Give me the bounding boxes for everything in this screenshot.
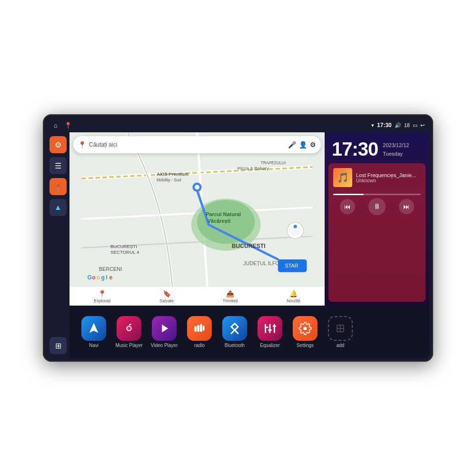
- bluetooth-icon: [222, 316, 247, 341]
- svg-text:BUCUREȘTI: BUCUREȘTI: [232, 243, 266, 249]
- progress-fill: [333, 194, 364, 195]
- equalizer-label: Equalizer: [260, 343, 280, 348]
- settings-map-icon[interactable]: ⚙: [310, 141, 316, 149]
- svg-point-30: [128, 327, 131, 330]
- svg-marker-31: [162, 324, 168, 332]
- map-nav-send[interactable]: 📤 Trimiteți: [223, 290, 238, 303]
- app-navi[interactable]: Navi: [77, 316, 110, 348]
- maps-shortcut-icon[interactable]: 📍: [64, 121, 72, 129]
- add-label: add: [337, 343, 345, 348]
- settings-sidebar-icon: ⚙: [55, 140, 61, 149]
- left-sidebar: ⚙ ☰ 📍 ▲ ⊞: [47, 132, 69, 358]
- app-radio[interactable]: radio: [183, 316, 216, 348]
- app-music[interactable]: Music Player: [112, 316, 146, 348]
- svg-text:o: o: [97, 274, 100, 281]
- map-nav-saved[interactable]: 🔖 Salvate: [159, 290, 174, 303]
- saved-label: Salvate: [159, 298, 174, 303]
- music-controls: ⏮ ⏸ ⏭: [333, 198, 421, 215]
- status-time: 17:30: [377, 122, 392, 129]
- news-label: Noutăți: [287, 298, 300, 303]
- radio-label: radio: [194, 343, 205, 348]
- map-search-text[interactable]: Căutați aici: [89, 141, 285, 148]
- screen: ⌂ 📍 ▾ 17:30 🔊 18 ▭ ↩ ⚙ ☰: [47, 118, 429, 358]
- menu-sidebar-icon: ☰: [55, 161, 61, 170]
- top-panels: 📍 Căutați aici 🎤 👤 ⚙: [69, 132, 429, 306]
- svg-text:Pizza & Bakery: Pizza & Bakery: [238, 166, 269, 171]
- map-nav-explore[interactable]: 📍 Explorați: [94, 290, 110, 303]
- account-icon[interactable]: 👤: [299, 141, 307, 149]
- music-artist: Unknown: [356, 178, 421, 183]
- svg-point-28: [294, 225, 297, 228]
- radio-icon: [187, 316, 212, 341]
- svg-text:BERCENI: BERCENI: [99, 266, 122, 272]
- map-search-bar[interactable]: 📍 Căutați aici 🎤 👤 ⚙: [73, 136, 321, 153]
- svg-rect-32: [195, 326, 197, 332]
- svg-rect-33: [197, 325, 199, 332]
- send-label: Trimiteți: [223, 298, 238, 303]
- app-settings[interactable]: Settings: [288, 316, 322, 348]
- battery-icon: ▭: [413, 122, 417, 129]
- settings-label: Settings: [297, 343, 314, 348]
- svg-text:JUDEȚUL ILFOV: JUDEȚUL ILFOV: [243, 260, 283, 266]
- map-svg: AXIS Premium Mobility - Sud Pizza & Bake…: [69, 132, 325, 306]
- svg-text:Mobility - Sud: Mobility - Sud: [157, 178, 181, 182]
- music-text: Lost Frequencies_Janie... Unknown: [356, 172, 421, 183]
- album-art: 🎵: [333, 168, 352, 187]
- location-sidebar-btn[interactable]: 📍: [50, 178, 67, 195]
- pause-button[interactable]: ⏸: [368, 198, 386, 215]
- app-bluetooth[interactable]: Bluetooth: [218, 316, 251, 348]
- google-maps-pin-icon: 📍: [78, 141, 86, 149]
- svg-text:TRAPEZULUI: TRAPEZULUI: [260, 160, 286, 165]
- music-info: 🎵 Lost Frequencies_Janie... Unknown: [333, 168, 421, 187]
- navi-label: Navi: [89, 343, 99, 348]
- svg-text:STAR: STAR: [285, 263, 298, 268]
- svg-text:AXIS Premium: AXIS Premium: [157, 171, 188, 177]
- clock-section: 17:30 2023/12/12 Tuesday: [325, 132, 429, 163]
- send-icon: 📤: [226, 290, 234, 298]
- music-section: 🎵 Lost Frequencies_Janie... Unknown: [328, 163, 426, 302]
- svg-text:o: o: [92, 274, 95, 281]
- music-title: Lost Frequencies_Janie...: [356, 172, 421, 178]
- news-icon: 🔔: [289, 290, 298, 298]
- wifi-icon: ▾: [371, 122, 374, 129]
- clock-day-value: Tuesday: [383, 151, 403, 157]
- back-icon[interactable]: ↩: [420, 122, 425, 129]
- clock-date: 2023/12/12 Tuesday: [383, 141, 409, 158]
- video-icon: [152, 316, 177, 341]
- svg-text:g: g: [101, 274, 105, 281]
- app-add[interactable]: add: [324, 316, 357, 348]
- map-bottom-nav: 📍 Explorați 🔖 Salvate 📤 Trimiteți: [69, 287, 325, 306]
- equalizer-icon: [258, 316, 282, 341]
- svg-text:BUCUREȘTI: BUCUREȘTI: [110, 244, 137, 249]
- menu-sidebar-btn[interactable]: ☰: [50, 157, 67, 174]
- main-content: ⚙ ☰ 📍 ▲ ⊞: [47, 132, 429, 358]
- music-icon: [117, 316, 141, 341]
- explore-label: Explorați: [94, 298, 110, 303]
- prev-button[interactable]: ⏮: [340, 199, 355, 214]
- apps-sidebar-icon: ⊞: [55, 341, 61, 350]
- navigate-sidebar-btn[interactable]: ▲: [50, 199, 67, 216]
- mic-icon[interactable]: 🎤: [288, 141, 296, 149]
- svg-rect-35: [203, 326, 205, 331]
- device: ⌂ 📍 ▾ 17:30 🔊 18 ▭ ↩ ⚙ ☰: [43, 114, 433, 362]
- video-label: Video Player: [151, 343, 178, 348]
- add-icon: [328, 316, 353, 341]
- next-button[interactable]: ⏭: [399, 199, 414, 214]
- svg-rect-34: [200, 324, 202, 331]
- right-panel: 17:30 2023/12/12 Tuesday 🎵 Lost Frequenc…: [325, 132, 429, 306]
- volume-icon: 🔊: [395, 122, 401, 129]
- map-nav-news[interactable]: 🔔 Noutăți: [287, 290, 300, 303]
- map-panel[interactable]: 📍 Căutați aici 🎤 👤 ⚙: [69, 132, 325, 306]
- navigate-sidebar-icon: ▲: [54, 203, 62, 212]
- music-label: Music Player: [115, 343, 142, 348]
- apps-sidebar-btn[interactable]: ⊞: [50, 337, 67, 354]
- music-progress-bar[interactable]: [333, 194, 421, 195]
- app-equalizer[interactable]: Equalizer: [253, 316, 287, 348]
- settings-sidebar-btn[interactable]: ⚙: [50, 136, 67, 153]
- svg-text:SECTORUL 4: SECTORUL 4: [110, 249, 139, 255]
- svg-text:Văcărești: Văcărești: [208, 218, 231, 224]
- battery-level: 18: [404, 122, 410, 128]
- app-video[interactable]: Video Player: [148, 316, 181, 348]
- status-bar: ⌂ 📍 ▾ 17:30 🔊 18 ▭ ↩: [47, 118, 429, 132]
- home-icon[interactable]: ⌂: [51, 121, 60, 129]
